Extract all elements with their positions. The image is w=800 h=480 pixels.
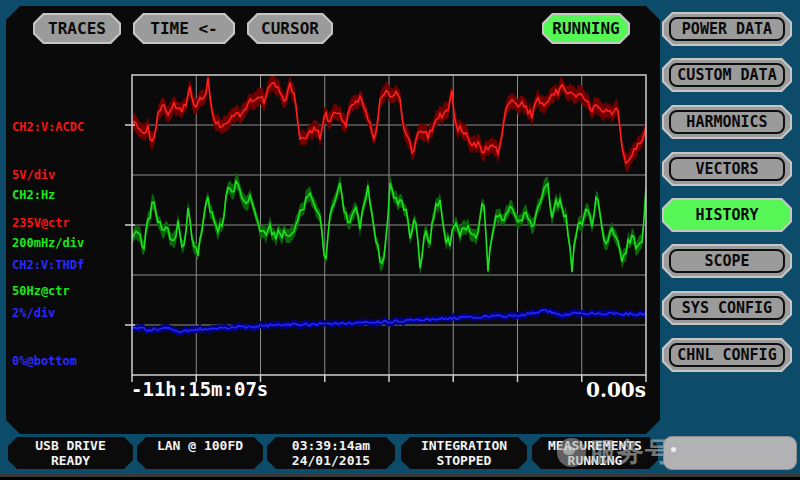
history-label: HISTORY: [695, 206, 758, 224]
ch-thd-name: CH2:V:THDf: [12, 257, 84, 273]
sidebar-button-history[interactable]: HISTORY: [662, 198, 792, 232]
sidebar-button-custom-data[interactable]: CUSTOM DATA: [662, 58, 792, 92]
status-clock-time: 03:39:14am: [267, 438, 395, 453]
status-integration-line2: STOPPED: [401, 453, 527, 468]
scope-label: SCOPE: [704, 252, 749, 270]
sidebar-button-chnl-config[interactable]: CHNL CONFIG: [662, 338, 792, 372]
history-graph: [124, 71, 654, 385]
analyzer-screen: TRACES TIME <- CURSOR RUNNING POWER DATA…: [0, 0, 800, 480]
chat-bubble-icon: [557, 438, 586, 467]
traces-button-label: TRACES: [48, 19, 106, 38]
ch-thd-scale: 2%/div: [12, 305, 84, 321]
custom-data-label: CUSTOM DATA: [677, 66, 776, 84]
sidebar-button-scope[interactable]: SCOPE: [662, 244, 792, 278]
running-badge-label: RUNNING: [552, 19, 619, 38]
x-axis-end-label: 0.00s: [540, 378, 646, 402]
status-clock-date: 24/01/2015: [267, 453, 395, 468]
status-integration: INTEGRATION STOPPED: [401, 437, 527, 469]
channel-annotation-thd: CH2:V:THDf 2%/div 0%@bottom: [12, 225, 84, 401]
status-usb-line2: READY: [8, 453, 133, 468]
status-integration-line1: INTEGRATION: [401, 438, 527, 453]
watermark-box: [663, 436, 797, 470]
status-lan-line1: LAN @ 100FD: [137, 438, 263, 453]
power-data-label: POWER DATA: [682, 20, 772, 38]
vectors-label: VECTORS: [695, 160, 758, 178]
chnl-config-label: CHNL CONFIG: [677, 346, 776, 364]
ch-v-name: CH2:V:ACDC: [12, 119, 84, 135]
sys-config-label: SYS CONFIG: [682, 299, 772, 317]
ch-hz-name: CH2:Hz: [12, 187, 84, 203]
time-button-label: TIME <-: [150, 19, 217, 38]
status-usb: USB DRIVE READY: [8, 437, 133, 469]
running-status-badge: RUNNING: [542, 13, 630, 44]
sidebar-button-harmonics[interactable]: HARMONICS: [662, 105, 792, 139]
status-usb-line1: USB DRIVE: [8, 438, 133, 453]
x-axis-start-label: -11h:15m:07s: [131, 378, 268, 400]
cursor-button[interactable]: CURSOR: [247, 13, 333, 44]
sidebar-button-vectors[interactable]: VECTORS: [662, 152, 792, 186]
watermark-text: 服务号: [589, 434, 673, 470]
status-clock: 03:39:14am 24/01/2015: [267, 437, 395, 469]
time-button[interactable]: TIME <-: [133, 13, 235, 44]
sidebar-button-power-data[interactable]: POWER DATA: [662, 12, 792, 46]
cursor-button-label: CURSOR: [261, 19, 319, 38]
harmonics-label: HARMONICS: [686, 113, 767, 131]
ch-thd-ref: 0%@bottom: [12, 353, 84, 369]
traces-button[interactable]: TRACES: [33, 13, 121, 44]
status-lan: LAN @ 100FD: [137, 437, 263, 469]
sidebar-button-sys-config[interactable]: SYS CONFIG: [662, 291, 792, 325]
history-graph-svg: [124, 71, 654, 385]
